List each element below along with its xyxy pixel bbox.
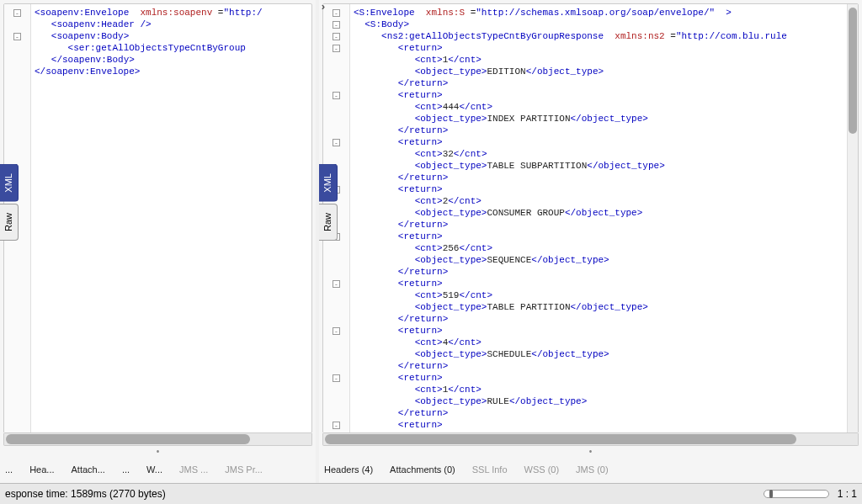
- tab-headers[interactable]: Hea...: [29, 464, 54, 475]
- tab-w[interactable]: W...: [146, 464, 162, 475]
- fold-icon[interactable]: -: [333, 139, 340, 146]
- fold-icon[interactable]: -: [333, 422, 340, 429]
- fold-icon[interactable]: -: [13, 9, 21, 17]
- tab-attachments[interactable]: Attach...: [72, 464, 105, 475]
- left-hscrollbar[interactable]: [3, 433, 312, 446]
- status-bar: esponse time: 1589ms (2770 bytes) 1 : 1: [0, 483, 862, 504]
- dot-indicator: •: [0, 448, 316, 456]
- fold-icon[interactable]: -: [333, 21, 340, 29]
- tab-raw-right[interactable]: Raw: [319, 204, 338, 241]
- tab-item[interactable]: ...: [5, 464, 13, 475]
- response-code[interactable]: <S:Envelope xmlns:S ="http://schemas.xml…: [350, 4, 847, 432]
- tab-raw-left[interactable]: Raw: [0, 204, 19, 241]
- response-time-label: esponse time: 1589ms (2770 bytes): [5, 488, 166, 500]
- tab-xml-left[interactable]: XML: [0, 164, 19, 202]
- fold-icon[interactable]: -: [333, 327, 340, 335]
- tab-jms[interactable]: JMS ...: [179, 464, 208, 475]
- fold-icon[interactable]: -: [333, 33, 340, 40]
- zoom-widget: 1 : 1: [764, 488, 857, 500]
- response-panel: XML Raw ------------ <S:Envelope xmlns:S…: [319, 0, 862, 483]
- tab-item[interactable]: ...: [122, 464, 130, 475]
- panel-divider-icon: ›: [317, 0, 330, 13]
- fold-icon[interactable]: -: [333, 92, 340, 99]
- fold-icon[interactable]: -: [333, 9, 340, 17]
- tab-xml-right[interactable]: XML: [319, 164, 338, 202]
- right-bottom-tabs: Headers (4) Attachments (0) SSL Info WSS…: [319, 456, 862, 483]
- tab-attachments[interactable]: Attachments (0): [390, 464, 455, 475]
- left-bottom-tabs: ... Hea... Attach... ... W... JMS ... JM…: [0, 456, 316, 483]
- right-hscrollbar[interactable]: [322, 433, 859, 446]
- left-side-tabs: XML Raw: [0, 164, 19, 241]
- right-vscrollbar[interactable]: [847, 4, 858, 432]
- request-code[interactable]: <soapenv:Envelope xmlns:soapenv ="http:/…: [31, 4, 311, 432]
- right-side-tabs: XML Raw: [319, 164, 338, 241]
- tab-wss[interactable]: WSS (0): [524, 464, 560, 475]
- tab-headers[interactable]: Headers (4): [324, 464, 373, 475]
- request-code-area[interactable]: - - <soapenv:Envelope xmlns:soapenv ="ht…: [3, 3, 312, 433]
- zoom-level: 1 : 1: [838, 488, 857, 500]
- zoom-slider[interactable]: [764, 490, 829, 498]
- fold-icon[interactable]: -: [333, 280, 340, 288]
- tab-jms-properties[interactable]: JMS Pr...: [225, 464, 263, 475]
- fold-icon[interactable]: -: [333, 374, 340, 382]
- tab-ssl-info[interactable]: SSL Info: [472, 464, 508, 475]
- fold-icon[interactable]: -: [333, 45, 340, 52]
- tab-jms[interactable]: JMS (0): [576, 464, 609, 475]
- request-panel: XML Raw - - <soapenv:Envelope xmlns:soap…: [0, 0, 316, 483]
- response-code-area[interactable]: ------------ <S:Envelope xmlns:S ="http:…: [322, 3, 859, 433]
- dot-indicator: •: [319, 448, 862, 456]
- fold-icon[interactable]: -: [13, 33, 21, 40]
